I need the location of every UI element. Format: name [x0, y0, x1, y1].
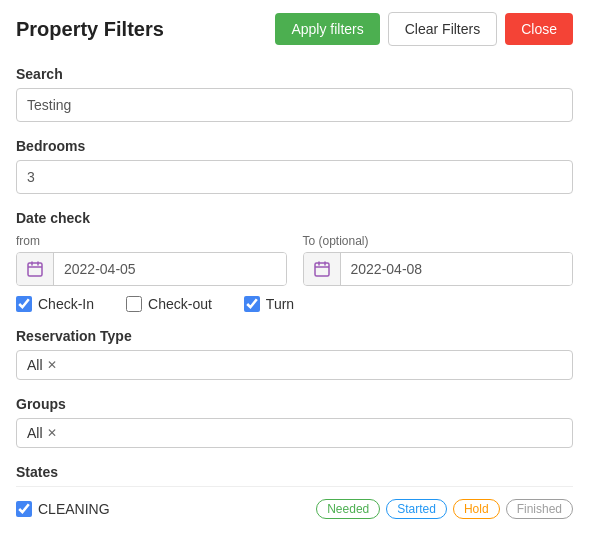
cleaning-checkbox-label[interactable]: CLEANING [16, 501, 110, 517]
reservation-type-group: Reservation Type All ✕ [16, 328, 573, 380]
checkin-label: Check-In [38, 296, 94, 312]
reservation-type-tag-remove[interactable]: ✕ [47, 358, 57, 372]
date-to-wrap [303, 252, 574, 286]
date-from-label: from [16, 234, 287, 248]
date-to-label: To (optional) [303, 234, 574, 248]
search-input[interactable] [16, 88, 573, 122]
badge-started: Started [386, 499, 447, 519]
clear-filters-button[interactable]: Clear Filters [388, 12, 497, 46]
date-from-wrap [16, 252, 287, 286]
groups-group: Groups All ✕ [16, 396, 573, 448]
states-divider [16, 486, 573, 487]
date-to-input[interactable] [341, 253, 573, 285]
checkin-checkbox-label[interactable]: Check-In [16, 296, 94, 312]
page-title: Property Filters [16, 18, 164, 41]
groups-label: Groups [16, 396, 573, 412]
calendar-from-icon [17, 253, 54, 285]
cleaning-checkbox[interactable] [16, 501, 32, 517]
badge-finished: Finished [506, 499, 573, 519]
checkout-checkbox-label[interactable]: Check-out [126, 296, 212, 312]
apply-filters-button[interactable]: Apply filters [275, 13, 379, 45]
bedrooms-group: Bedrooms [16, 138, 573, 194]
reservation-type-input[interactable]: All ✕ [16, 350, 573, 380]
date-check-label: Date check [16, 210, 573, 226]
groups-tag-remove[interactable]: ✕ [47, 426, 57, 440]
header-buttons: Apply filters Clear Filters Close [275, 12, 573, 46]
states-section: States CLEANING Needed Started Hold Fini… [16, 464, 573, 519]
checkout-checkbox[interactable] [126, 296, 142, 312]
svg-rect-0 [28, 263, 42, 276]
states-row: CLEANING Needed Started Hold Finished [16, 499, 573, 519]
groups-input[interactable]: All ✕ [16, 418, 573, 448]
date-from-col: from [16, 234, 287, 286]
badge-hold: Hold [453, 499, 500, 519]
reservation-type-label: Reservation Type [16, 328, 573, 344]
state-badges: Needed Started Hold Finished [316, 499, 573, 519]
search-label: Search [16, 66, 573, 82]
svg-rect-4 [315, 263, 329, 276]
date-to-col: To (optional) [303, 234, 574, 286]
close-button[interactable]: Close [505, 13, 573, 45]
search-group: Search [16, 66, 573, 122]
turn-checkbox-label[interactable]: Turn [244, 296, 294, 312]
cleaning-label: CLEANING [38, 501, 110, 517]
date-checkboxes-row: Check-In Check-out Turn [16, 296, 573, 312]
bedrooms-input[interactable] [16, 160, 573, 194]
checkin-checkbox[interactable] [16, 296, 32, 312]
date-check-section: Date check from [16, 210, 573, 312]
turn-label: Turn [266, 296, 294, 312]
date-row: from To (optional) [16, 234, 573, 286]
states-label: States [16, 464, 573, 480]
checkout-label: Check-out [148, 296, 212, 312]
reservation-type-tag: All ✕ [27, 357, 57, 373]
turn-checkbox[interactable] [244, 296, 260, 312]
badge-needed: Needed [316, 499, 380, 519]
calendar-to-icon [304, 253, 341, 285]
groups-tag: All ✕ [27, 425, 57, 441]
bedrooms-label: Bedrooms [16, 138, 573, 154]
date-from-input[interactable] [54, 253, 286, 285]
header: Property Filters Apply filters Clear Fil… [16, 12, 573, 46]
